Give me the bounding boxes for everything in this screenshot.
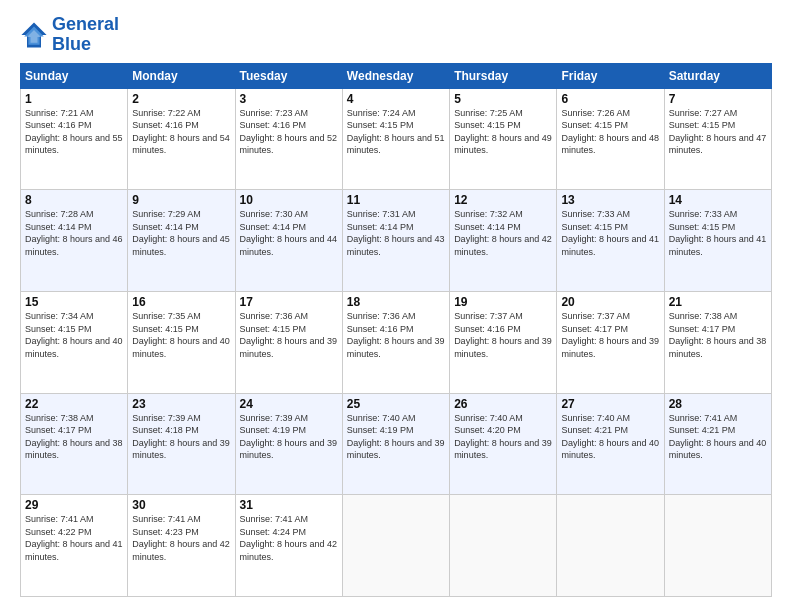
- day-cell: 26 Sunrise: 7:40 AMSunset: 4:20 PMDaylig…: [450, 393, 557, 495]
- day-cell: 30 Sunrise: 7:41 AMSunset: 4:23 PMDaylig…: [128, 495, 235, 597]
- day-number: 29: [25, 498, 123, 512]
- logo: General Blue: [20, 15, 119, 55]
- day-number: 30: [132, 498, 230, 512]
- day-number: 24: [240, 397, 338, 411]
- day-cell: 31 Sunrise: 7:41 AMSunset: 4:24 PMDaylig…: [235, 495, 342, 597]
- day-info: Sunrise: 7:40 AMSunset: 4:19 PMDaylight:…: [347, 413, 445, 461]
- day-cell: [557, 495, 664, 597]
- day-number: 22: [25, 397, 123, 411]
- day-cell: 17 Sunrise: 7:36 AMSunset: 4:15 PMDaylig…: [235, 291, 342, 393]
- day-info: Sunrise: 7:27 AMSunset: 4:15 PMDaylight:…: [669, 108, 767, 156]
- day-info: Sunrise: 7:41 AMSunset: 4:21 PMDaylight:…: [669, 413, 767, 461]
- header: General Blue: [20, 15, 772, 55]
- day-cell: 2 Sunrise: 7:22 AMSunset: 4:16 PMDayligh…: [128, 88, 235, 190]
- day-number: 3: [240, 92, 338, 106]
- day-number: 8: [25, 193, 123, 207]
- day-cell: 25 Sunrise: 7:40 AMSunset: 4:19 PMDaylig…: [342, 393, 449, 495]
- day-cell: 1 Sunrise: 7:21 AMSunset: 4:16 PMDayligh…: [21, 88, 128, 190]
- day-info: Sunrise: 7:28 AMSunset: 4:14 PMDaylight:…: [25, 209, 123, 257]
- calendar: SundayMondayTuesdayWednesdayThursdayFrid…: [20, 63, 772, 597]
- day-number: 27: [561, 397, 659, 411]
- day-info: Sunrise: 7:31 AMSunset: 4:14 PMDaylight:…: [347, 209, 445, 257]
- day-info: Sunrise: 7:33 AMSunset: 4:15 PMDaylight:…: [561, 209, 659, 257]
- day-info: Sunrise: 7:30 AMSunset: 4:14 PMDaylight:…: [240, 209, 338, 257]
- day-info: Sunrise: 7:24 AMSunset: 4:15 PMDaylight:…: [347, 108, 445, 156]
- day-number: 20: [561, 295, 659, 309]
- day-info: Sunrise: 7:38 AMSunset: 4:17 PMDaylight:…: [25, 413, 123, 461]
- day-number: 7: [669, 92, 767, 106]
- day-info: Sunrise: 7:39 AMSunset: 4:18 PMDaylight:…: [132, 413, 230, 461]
- day-number: 2: [132, 92, 230, 106]
- weekday-header-friday: Friday: [557, 63, 664, 88]
- day-info: Sunrise: 7:34 AMSunset: 4:15 PMDaylight:…: [25, 311, 123, 359]
- day-number: 6: [561, 92, 659, 106]
- logo-icon: [20, 21, 48, 49]
- weekday-header-saturday: Saturday: [664, 63, 771, 88]
- day-number: 19: [454, 295, 552, 309]
- day-cell: [664, 495, 771, 597]
- day-cell: 28 Sunrise: 7:41 AMSunset: 4:21 PMDaylig…: [664, 393, 771, 495]
- day-cell: 9 Sunrise: 7:29 AMSunset: 4:14 PMDayligh…: [128, 190, 235, 292]
- day-info: Sunrise: 7:36 AMSunset: 4:15 PMDaylight:…: [240, 311, 338, 359]
- day-cell: 6 Sunrise: 7:26 AMSunset: 4:15 PMDayligh…: [557, 88, 664, 190]
- day-number: 18: [347, 295, 445, 309]
- day-number: 16: [132, 295, 230, 309]
- day-cell: 22 Sunrise: 7:38 AMSunset: 4:17 PMDaylig…: [21, 393, 128, 495]
- day-cell: [450, 495, 557, 597]
- day-cell: 18 Sunrise: 7:36 AMSunset: 4:16 PMDaylig…: [342, 291, 449, 393]
- day-info: Sunrise: 7:29 AMSunset: 4:14 PMDaylight:…: [132, 209, 230, 257]
- day-number: 23: [132, 397, 230, 411]
- day-cell: 3 Sunrise: 7:23 AMSunset: 4:16 PMDayligh…: [235, 88, 342, 190]
- week-row-5: 29 Sunrise: 7:41 AMSunset: 4:22 PMDaylig…: [21, 495, 772, 597]
- page: General Blue SundayMondayTuesdayWednesda…: [0, 0, 792, 612]
- day-cell: 23 Sunrise: 7:39 AMSunset: 4:18 PMDaylig…: [128, 393, 235, 495]
- day-number: 12: [454, 193, 552, 207]
- day-cell: 14 Sunrise: 7:33 AMSunset: 4:15 PMDaylig…: [664, 190, 771, 292]
- day-info: Sunrise: 7:37 AMSunset: 4:16 PMDaylight:…: [454, 311, 552, 359]
- weekday-header-wednesday: Wednesday: [342, 63, 449, 88]
- day-info: Sunrise: 7:39 AMSunset: 4:19 PMDaylight:…: [240, 413, 338, 461]
- day-cell: [342, 495, 449, 597]
- day-number: 31: [240, 498, 338, 512]
- day-info: Sunrise: 7:33 AMSunset: 4:15 PMDaylight:…: [669, 209, 767, 257]
- day-cell: 15 Sunrise: 7:34 AMSunset: 4:15 PMDaylig…: [21, 291, 128, 393]
- day-cell: 21 Sunrise: 7:38 AMSunset: 4:17 PMDaylig…: [664, 291, 771, 393]
- day-number: 9: [132, 193, 230, 207]
- day-cell: 4 Sunrise: 7:24 AMSunset: 4:15 PMDayligh…: [342, 88, 449, 190]
- week-row-3: 15 Sunrise: 7:34 AMSunset: 4:15 PMDaylig…: [21, 291, 772, 393]
- day-cell: 13 Sunrise: 7:33 AMSunset: 4:15 PMDaylig…: [557, 190, 664, 292]
- day-info: Sunrise: 7:41 AMSunset: 4:22 PMDaylight:…: [25, 514, 123, 562]
- day-number: 10: [240, 193, 338, 207]
- logo-text: General Blue: [52, 15, 119, 55]
- day-number: 14: [669, 193, 767, 207]
- day-info: Sunrise: 7:21 AMSunset: 4:16 PMDaylight:…: [25, 108, 123, 156]
- day-number: 5: [454, 92, 552, 106]
- day-info: Sunrise: 7:40 AMSunset: 4:20 PMDaylight:…: [454, 413, 552, 461]
- day-info: Sunrise: 7:36 AMSunset: 4:16 PMDaylight:…: [347, 311, 445, 359]
- day-number: 11: [347, 193, 445, 207]
- day-number: 13: [561, 193, 659, 207]
- day-number: 17: [240, 295, 338, 309]
- day-info: Sunrise: 7:35 AMSunset: 4:15 PMDaylight:…: [132, 311, 230, 359]
- day-info: Sunrise: 7:38 AMSunset: 4:17 PMDaylight:…: [669, 311, 767, 359]
- day-cell: 29 Sunrise: 7:41 AMSunset: 4:22 PMDaylig…: [21, 495, 128, 597]
- day-cell: 5 Sunrise: 7:25 AMSunset: 4:15 PMDayligh…: [450, 88, 557, 190]
- weekday-header-monday: Monday: [128, 63, 235, 88]
- day-info: Sunrise: 7:26 AMSunset: 4:15 PMDaylight:…: [561, 108, 659, 156]
- day-cell: 10 Sunrise: 7:30 AMSunset: 4:14 PMDaylig…: [235, 190, 342, 292]
- day-info: Sunrise: 7:22 AMSunset: 4:16 PMDaylight:…: [132, 108, 230, 156]
- week-row-1: 1 Sunrise: 7:21 AMSunset: 4:16 PMDayligh…: [21, 88, 772, 190]
- day-info: Sunrise: 7:23 AMSunset: 4:16 PMDaylight:…: [240, 108, 338, 156]
- weekday-header-tuesday: Tuesday: [235, 63, 342, 88]
- day-cell: 19 Sunrise: 7:37 AMSunset: 4:16 PMDaylig…: [450, 291, 557, 393]
- day-cell: 24 Sunrise: 7:39 AMSunset: 4:19 PMDaylig…: [235, 393, 342, 495]
- day-number: 1: [25, 92, 123, 106]
- weekday-header-sunday: Sunday: [21, 63, 128, 88]
- logo-line1: General: [52, 15, 119, 35]
- day-cell: 12 Sunrise: 7:32 AMSunset: 4:14 PMDaylig…: [450, 190, 557, 292]
- logo-line2: Blue: [52, 35, 119, 55]
- day-number: 4: [347, 92, 445, 106]
- day-info: Sunrise: 7:41 AMSunset: 4:24 PMDaylight:…: [240, 514, 338, 562]
- day-cell: 16 Sunrise: 7:35 AMSunset: 4:15 PMDaylig…: [128, 291, 235, 393]
- day-cell: 7 Sunrise: 7:27 AMSunset: 4:15 PMDayligh…: [664, 88, 771, 190]
